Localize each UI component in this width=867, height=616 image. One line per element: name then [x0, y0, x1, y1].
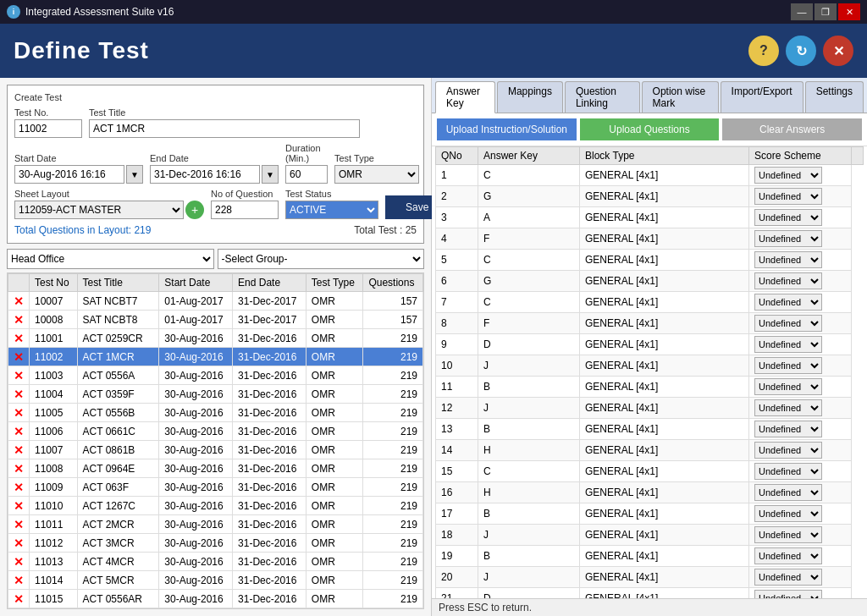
delete-row-button[interactable]: ✕: [14, 499, 24, 513]
cell-score-scheme[interactable]: Undefined: [749, 588, 852, 599]
score-scheme-select[interactable]: Undefined: [754, 505, 822, 522]
score-scheme-select[interactable]: Undefined: [754, 336, 822, 353]
delete-cell[interactable]: ✕: [8, 478, 30, 497]
delete-row-button[interactable]: ✕: [14, 481, 24, 494]
delete-cell[interactable]: ✕: [8, 348, 30, 366]
table-row[interactable]: ✕ 10008 SAT NCBT8 01-Aug-2017 31-Dec-201…: [8, 311, 423, 329]
table-row[interactable]: ✕ 11009 ACT 063F 30-Aug-2016 31-Dec-2016…: [8, 478, 423, 497]
cell-score-scheme[interactable]: Undefined: [749, 292, 852, 313]
delete-row-button[interactable]: ✕: [14, 350, 24, 364]
refresh-button[interactable]: ↻: [786, 36, 816, 66]
delete-cell[interactable]: ✕: [8, 311, 30, 329]
delete-cell[interactable]: ✕: [8, 422, 30, 441]
delete-row-button[interactable]: ✕: [14, 555, 24, 569]
tab-settings[interactable]: Settings: [805, 81, 864, 113]
score-scheme-select[interactable]: Undefined: [754, 399, 822, 416]
delete-row-button[interactable]: ✕: [14, 462, 24, 476]
delete-cell[interactable]: ✕: [8, 534, 30, 553]
delete-row-button[interactable]: ✕: [14, 443, 24, 457]
cell-score-scheme[interactable]: Undefined: [749, 398, 852, 419]
test-type-select[interactable]: OMR: [334, 165, 419, 184]
help-button[interactable]: ?: [748, 36, 779, 66]
score-scheme-select[interactable]: Undefined: [754, 272, 822, 289]
cell-score-scheme[interactable]: Undefined: [749, 525, 852, 546]
delete-row-button[interactable]: ✕: [14, 313, 24, 327]
table-row[interactable]: ✕ 11005 ACT 0556B 30-Aug-2016 31-Dec-201…: [8, 404, 423, 422]
delete-row-button[interactable]: ✕: [14, 592, 24, 606]
upload-instruction-button[interactable]: Upload Instruction/Solution: [437, 118, 577, 140]
table-row[interactable]: ✕ 11012 ACT 3MCR 30-Aug-2016 31-Dec-2016…: [8, 534, 423, 553]
end-date-picker-button[interactable]: ▼: [262, 165, 279, 184]
end-date-input[interactable]: [150, 165, 260, 184]
exit-button[interactable]: ✕: [823, 36, 853, 66]
tab-answer-key[interactable]: Answer Key: [435, 81, 495, 113]
group-filter[interactable]: -Select Group-: [218, 249, 425, 269]
score-scheme-select[interactable]: Undefined: [754, 315, 822, 332]
score-scheme-select[interactable]: Undefined: [754, 209, 822, 226]
score-scheme-select[interactable]: Undefined: [754, 484, 822, 501]
table-row[interactable]: ✕ 11014 ACT 5MCR 30-Aug-2016 31-Dec-2016…: [8, 571, 423, 590]
delete-cell[interactable]: ✕: [8, 366, 30, 385]
cell-score-scheme[interactable]: Undefined: [749, 440, 852, 461]
cell-score-scheme[interactable]: Undefined: [749, 228, 852, 250]
score-scheme-select[interactable]: Undefined: [754, 251, 822, 268]
delete-cell[interactable]: ✕: [8, 553, 30, 571]
score-scheme-select[interactable]: Undefined: [754, 526, 822, 543]
cell-score-scheme[interactable]: Undefined: [749, 377, 852, 398]
cell-score-scheme[interactable]: Undefined: [749, 271, 852, 292]
tab-question-linking[interactable]: Question Linking: [565, 81, 640, 113]
table-row[interactable]: ✕ 11006 ACT 0661C 30-Aug-2016 31-Dec-201…: [8, 422, 423, 441]
delete-row-button[interactable]: ✕: [14, 406, 24, 420]
clear-answers-button[interactable]: Clear Answers: [722, 118, 862, 140]
tab-import-export[interactable]: Import/Export: [721, 81, 803, 113]
cell-score-scheme[interactable]: Undefined: [749, 334, 852, 355]
delete-row-button[interactable]: ✕: [14, 574, 24, 587]
no-of-questions-input[interactable]: [211, 201, 279, 219]
cell-score-scheme[interactable]: Undefined: [749, 546, 852, 567]
delete-row-button[interactable]: ✕: [14, 369, 24, 382]
table-row[interactable]: ✕ 11011 ACT 2MCR 30-Aug-2016 31-Dec-2016…: [8, 515, 423, 534]
score-scheme-select[interactable]: Undefined: [754, 547, 822, 564]
score-scheme-select[interactable]: Undefined: [754, 569, 822, 586]
delete-cell[interactable]: ✕: [8, 459, 30, 478]
minimize-button[interactable]: —: [791, 3, 813, 20]
test-status-select[interactable]: ACTIVE: [285, 201, 378, 219]
delete-cell[interactable]: ✕: [8, 497, 30, 515]
delete-row-button[interactable]: ✕: [14, 425, 24, 438]
test-no-input[interactable]: [14, 119, 82, 138]
table-row[interactable]: ✕ 11013 ACT 4MCR 30-Aug-2016 31-Dec-2016…: [8, 553, 423, 571]
add-layout-button[interactable]: +: [185, 201, 204, 219]
score-scheme-select[interactable]: Undefined: [754, 590, 822, 598]
test-title-input[interactable]: [89, 119, 360, 138]
close-button[interactable]: ✕: [838, 3, 860, 20]
delete-cell[interactable]: ✕: [8, 590, 30, 608]
delete-cell[interactable]: ✕: [8, 571, 30, 590]
table-row[interactable]: ✕ 11003 ACT 0556A 30-Aug-2016 31-Dec-201…: [8, 366, 423, 385]
score-scheme-select[interactable]: Undefined: [754, 378, 822, 395]
delete-cell[interactable]: ✕: [8, 441, 30, 459]
score-scheme-select[interactable]: Undefined: [754, 188, 822, 205]
table-row[interactable]: ✕ 11001 ACT 0259CR 30-Aug-2016 31-Dec-20…: [8, 329, 423, 348]
table-row[interactable]: ✕ 11004 ACT 0359F 30-Aug-2016 31-Dec-201…: [8, 385, 423, 404]
cell-score-scheme[interactable]: Undefined: [749, 503, 852, 525]
start-date-picker-button[interactable]: ▼: [126, 165, 143, 184]
office-filter[interactable]: Head Office: [7, 249, 214, 269]
cell-score-scheme[interactable]: Undefined: [749, 165, 852, 186]
test-table-container[interactable]: Test No Test Title Start Date End Date T…: [7, 272, 424, 609]
answer-table-container[interactable]: QNo Answer Key Block Type Score Scheme 1…: [432, 146, 867, 598]
score-scheme-select[interactable]: Undefined: [754, 294, 822, 311]
cell-score-scheme[interactable]: Undefined: [749, 461, 852, 482]
cell-score-scheme[interactable]: Undefined: [749, 567, 852, 588]
delete-row-button[interactable]: ✕: [14, 388, 24, 401]
table-row[interactable]: ✕ 10007 SAT NCBT7 01-Aug-2017 31-Dec-201…: [8, 292, 423, 311]
delete-cell[interactable]: ✕: [8, 292, 30, 311]
cell-score-scheme[interactable]: Undefined: [749, 207, 852, 228]
delete-row-button[interactable]: ✕: [14, 294, 24, 308]
cell-score-scheme[interactable]: Undefined: [749, 313, 852, 334]
score-scheme-select[interactable]: Undefined: [754, 357, 822, 374]
delete-cell[interactable]: ✕: [8, 329, 30, 348]
score-scheme-select[interactable]: Undefined: [754, 230, 822, 247]
table-row[interactable]: ✕ 11002 ACT 1MCR 30-Aug-2016 31-Dec-2016…: [8, 348, 423, 366]
upload-questions-button[interactable]: Upload Questions: [580, 118, 720, 140]
cell-score-scheme[interactable]: Undefined: [749, 355, 852, 377]
